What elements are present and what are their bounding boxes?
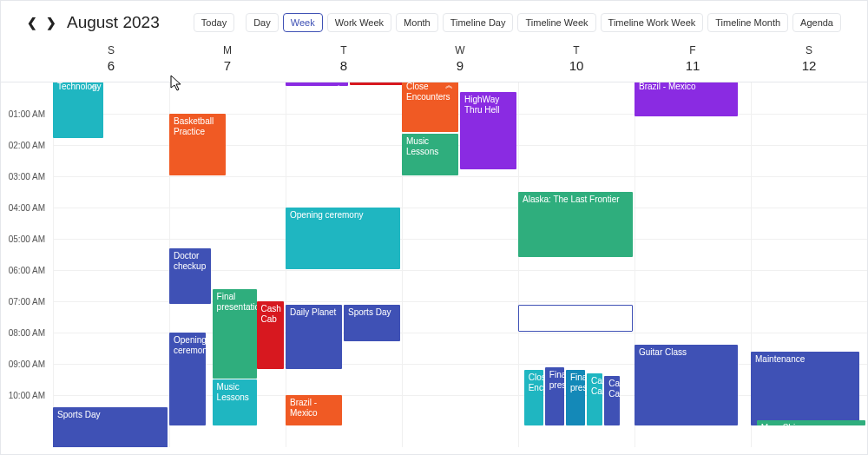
event-item[interactable]: Basketball Practice <box>169 114 226 175</box>
event-item[interactable] <box>350 82 406 85</box>
view-day-button[interactable]: Day <box>246 13 279 32</box>
event-item[interactable]: Cash Cab <box>604 376 620 425</box>
time-label: 08:00 AM <box>1 328 49 338</box>
event-item[interactable]: Final presentation <box>566 370 585 425</box>
event-item[interactable]: Technology︽ <box>53 82 103 138</box>
event-item[interactable]: Doctor checkup <box>169 248 211 304</box>
event-item[interactable]: Close Encounters︽ <box>402 82 458 132</box>
view-tlday-button[interactable]: Timeline Day <box>443 13 514 32</box>
event-item[interactable]: HighWay Thru Hell <box>460 92 516 169</box>
event-item[interactable]: Daily Planet <box>286 305 342 370</box>
time-label: 10:00 AM <box>1 391 49 400</box>
prev-arrow[interactable]: ❮ <box>27 16 37 30</box>
day-header-1[interactable]: M7 <box>169 39 286 82</box>
expand-up-icon: ︽ <box>445 82 453 90</box>
event-item[interactable]: Sports Day <box>53 407 168 447</box>
view-tlww-button[interactable]: Timeline Work Week <box>601 13 704 32</box>
event-item[interactable]: MoonShiners <box>757 420 865 425</box>
event-item[interactable]: Opening ceremony <box>169 333 206 425</box>
view-agenda-button[interactable]: Agenda <box>792 13 841 32</box>
view-week-button[interactable]: Week <box>283 13 323 32</box>
calendar-title: August 2023 <box>67 13 160 32</box>
event-item[interactable]: Brazil - Mexico <box>635 82 738 116</box>
day-header-6[interactable]: S12 <box>751 39 867 82</box>
time-label: 06:00 AM <box>1 266 49 275</box>
time-label: 04:00 AM <box>1 203 49 213</box>
event-item[interactable]: Sports Day <box>344 305 400 341</box>
event-item[interactable]: Cash Cab <box>257 301 285 369</box>
day-header-3[interactable]: W9 <box>402 39 518 82</box>
day-header-2[interactable]: T8 <box>286 39 402 82</box>
event-item[interactable]: Close Encounters <box>524 370 543 425</box>
event-item[interactable]: Final presentation <box>213 289 258 379</box>
view-tlweek-button[interactable]: Timeline Week <box>517 13 595 32</box>
time-label: 07:00 AM <box>1 297 49 307</box>
day-header-5[interactable]: F11 <box>635 39 751 82</box>
expand-up-icon: ︽ <box>335 82 343 86</box>
time-label: 05:00 AM <box>1 234 49 244</box>
time-label: 03:00 AM <box>1 172 49 181</box>
event-item[interactable] <box>518 305 633 332</box>
event-item[interactable]: Opening ceremony <box>286 208 400 269</box>
time-label: 09:00 AM <box>1 359 49 369</box>
event-item[interactable]: Maintenance <box>751 352 859 425</box>
today-button[interactable]: Today <box>194 13 234 32</box>
view-workweek-button[interactable]: Work Week <box>327 13 391 32</box>
day-header-4[interactable]: T10 <box>518 39 635 82</box>
event-item[interactable]: Music Lessons <box>213 379 258 425</box>
event-item[interactable]: Cash Cab <box>587 373 602 425</box>
event-item[interactable]: ︽ <box>286 82 348 86</box>
event-item[interactable]: Brazil - Mexico <box>286 395 342 425</box>
view-month-button[interactable]: Month <box>396 13 438 32</box>
time-label: 01:00 AM <box>1 109 49 119</box>
event-item[interactable]: Final presentation <box>545 367 564 425</box>
expand-up-icon: ︽ <box>90 82 98 90</box>
time-label: 02:00 AM <box>1 141 49 150</box>
event-item[interactable]: Guitar Class <box>635 345 738 425</box>
day-header-0[interactable]: S6 <box>53 39 169 82</box>
next-arrow[interactable]: ❯ <box>46 16 56 30</box>
view-tlmonth-button[interactable]: Timeline Month <box>707 13 788 32</box>
event-item[interactable]: Alaska: The Last Frontier <box>518 192 633 257</box>
event-item[interactable]: Music Lessons <box>402 134 458 175</box>
